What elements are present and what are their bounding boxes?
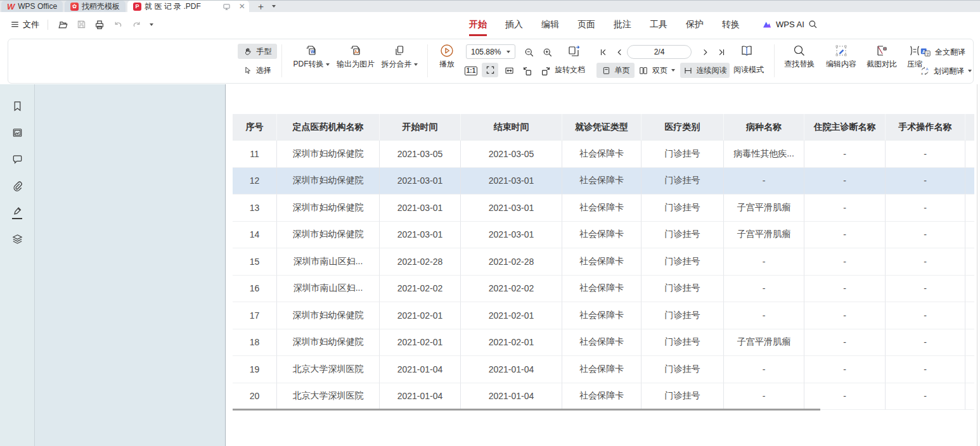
ribbon-tab-3[interactable]: 页面 — [577, 19, 595, 30]
table-row[interactable]: 17深圳市妇幼保健院2021-02-012021-02-01社会保障卡门诊挂号-… — [233, 302, 974, 329]
vertical-scrollbar[interactable] — [977, 84, 980, 446]
page-indicator-input[interactable]: 2/4 — [627, 45, 692, 59]
file-menu-button[interactable]: 文件 — [10, 19, 39, 30]
table-cell-org: 深圳市妇幼保健院 — [277, 168, 380, 195]
pdf-file-icon: P — [133, 3, 141, 11]
ribbon-tab-6[interactable]: 保护 — [686, 19, 704, 30]
export-image-icon — [349, 43, 363, 58]
table-header-cell: 医疗类别 — [642, 114, 724, 141]
table-cell-org: 深圳市妇幼保健院 — [277, 329, 380, 357]
ribbon-search-icon[interactable] — [808, 12, 818, 37]
save-icon[interactable] — [75, 18, 87, 31]
ribbon-tab-2[interactable]: 编辑 — [541, 19, 559, 30]
tab-label: WPS Office — [18, 2, 57, 11]
new-tab-icon[interactable]: ＋ — [256, 1, 266, 11]
next-page-button[interactable] — [697, 45, 713, 60]
table-cell-end: 2021-03-01 — [461, 222, 562, 249]
table-header-cell: 就诊凭证类型 — [562, 114, 642, 141]
hand-tool-button[interactable]: 手型 — [238, 44, 277, 59]
split-merge-button[interactable]: 拆分合并 — [374, 43, 425, 70]
full-translate-button[interactable]: A字 全文翻译 — [920, 45, 965, 59]
wps-ai-button[interactable]: WPS AI — [762, 12, 804, 37]
table-row[interactable]: 11深圳市妇幼保健院2021-03-052021-03-05社会保障卡门诊挂号病… — [233, 141, 974, 168]
table-row[interactable]: 19北京大学深圳医院2021-01-042021-01-04社会保障卡门诊挂号-… — [233, 356, 974, 383]
zoom-level-dropdown[interactable]: 105.88% — [466, 44, 515, 59]
table-cell-no: 16 — [233, 276, 277, 303]
table-cell-org: 深圳市妇幼保健院 — [277, 222, 380, 249]
divider — [48, 20, 48, 30]
find-replace-button[interactable]: 查找替换 — [779, 43, 820, 70]
actual-size-button[interactable]: 1:1 — [463, 63, 479, 78]
signature-icon[interactable] — [10, 205, 25, 220]
prev-page-button[interactable] — [611, 45, 628, 60]
table-row[interactable]: 14深圳市妇幼保健院2021-03-012021-03-01社会保障卡门诊挂号子… — [233, 222, 974, 249]
undo-icon[interactable] — [112, 18, 124, 31]
menu-bar: 文件 开始插入编辑页面批注工具保护转换 — [0, 12, 980, 37]
screenshot-compare-button[interactable]: 截图对比 — [861, 43, 902, 70]
ribbon-tab-1[interactable]: 插入 — [505, 19, 523, 30]
print-icon[interactable] — [93, 18, 106, 31]
table-row[interactable]: 15深圳市南山区妇...2021-02-282021-02-28社会保障卡门诊挂… — [233, 248, 974, 276]
first-page-button[interactable] — [595, 45, 611, 60]
sidebar-panel[interactable] — [35, 84, 226, 446]
rotate-left-button[interactable] — [519, 63, 536, 78]
table-row[interactable]: 13深圳市妇幼保健院2021-03-012021-03-01社会保障卡门诊挂号子… — [233, 194, 974, 222]
close-tab-icon[interactable]: ✕ — [239, 2, 245, 11]
open-folder-icon[interactable] — [56, 18, 69, 31]
ribbon-tab-7[interactable]: 转换 — [722, 19, 740, 30]
table-cell-cert: 社会保障卡 — [562, 222, 642, 249]
comment-icon[interactable] — [10, 151, 25, 167]
attachment-icon[interactable] — [10, 178, 25, 193]
zoom-out-button[interactable] — [521, 45, 538, 60]
quick-access-chevron-icon[interactable] — [150, 23, 153, 26]
edit-content-button[interactable]: 编辑内容 — [821, 43, 861, 70]
ribbon-tab-0[interactable]: 开始 — [469, 19, 487, 30]
tab-document-pdf[interactable]: P 就 医 记 录 .PDF ✕ — [127, 1, 249, 12]
table-cell-diag: - — [804, 302, 886, 329]
ribbon-tab-4[interactable]: 批注 — [614, 19, 631, 30]
table-row[interactable]: 18深圳市妇幼保健院2021-02-012021-02-01社会保障卡门诊挂号子… — [233, 329, 974, 357]
select-tool-button[interactable]: 选择 — [238, 63, 277, 78]
document-area[interactable]: 序号定点医药机构名称开始时间结束时间就诊凭证类型医疗类别病种名称住院主诊断名称手… — [226, 84, 980, 446]
table-row[interactable]: 12深圳市妇幼保健院2021-03-012021-03-01社会保障卡门诊挂号-… — [233, 168, 974, 195]
bookmark-icon[interactable] — [10, 98, 25, 113]
present-monitor-icon[interactable] — [221, 0, 233, 13]
split-merge-label: 拆分合并 — [382, 59, 412, 70]
continuous-read-button[interactable]: 连续阅读 — [680, 63, 730, 78]
table-horizontal-scrollbar[interactable] — [233, 409, 820, 411]
thumbnails-icon[interactable] — [10, 125, 25, 140]
table-cell-disease: 子宫平滑肌瘤 — [724, 329, 804, 357]
tab-wps-office[interactable]: W WPS Office — [1, 1, 63, 12]
tab-list-chevron-icon[interactable] — [272, 5, 276, 8]
table-cell-disease: - — [724, 248, 804, 276]
zoom-in-button[interactable] — [539, 45, 556, 60]
rotate-pages-button[interactable] — [565, 44, 584, 59]
ribbon-tab-5[interactable]: 工具 — [650, 19, 667, 30]
hamburger-icon — [10, 20, 20, 29]
table-cell-org: 深圳市南山区妇... — [277, 248, 380, 276]
table-cell-end: 2021-02-01 — [461, 302, 562, 329]
tab-docer-templates[interactable]: ✿ 找稻壳模板 — [65, 1, 126, 12]
last-page-button[interactable] — [713, 45, 730, 60]
table-cell-disease: - — [724, 276, 804, 303]
redo-icon[interactable] — [130, 18, 143, 31]
fit-page-button[interactable] — [482, 63, 498, 77]
layers-icon[interactable] — [10, 231, 25, 246]
table-row[interactable]: 20北京大学深圳医院2021-01-042021-01-04社会保障卡门诊挂号-… — [233, 383, 974, 411]
fit-width-button[interactable] — [501, 63, 517, 78]
prev-page-icon — [615, 48, 624, 57]
medical-records-table: 序号定点医药机构名称开始时间结束时间就诊凭证类型医疗类别病种名称住院主诊断名称手… — [233, 114, 974, 410]
read-mode-button[interactable]: 阅读模式 — [733, 65, 764, 75]
svg-text:字: 字 — [926, 52, 930, 56]
single-page-button[interactable]: 单页 — [596, 63, 635, 78]
rotate-right-button[interactable] — [538, 63, 554, 78]
table-cell-org: 深圳市南山区妇... — [277, 276, 380, 303]
table-cell-no: 17 — [233, 302, 277, 329]
table-row[interactable]: 16深圳市南山区妇...2021-02-022021-02-02社会保障卡门诊挂… — [233, 276, 974, 303]
one-to-one-icon: 1:1 — [465, 67, 477, 75]
double-page-button[interactable]: 双页 — [638, 63, 675, 78]
table-cell-org: 深圳市妇幼保健院 — [277, 141, 380, 168]
rotate-doc-button[interactable]: 旋转文档 — [555, 65, 585, 75]
play-button[interactable]: 播放 — [432, 43, 462, 70]
word-translate-button[interactable]: xA 划词翻译 — [920, 64, 972, 78]
